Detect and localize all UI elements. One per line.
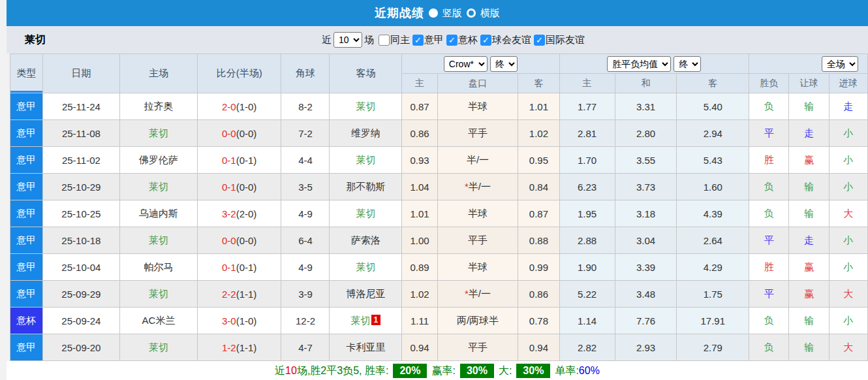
home-odds-cell: 0.87 bbox=[402, 93, 437, 120]
horizontal-layout-label[interactable]: 横版 bbox=[480, 7, 500, 20]
goals-result-cell: 走 bbox=[829, 93, 867, 120]
home-odds-cell: 1.02 bbox=[402, 281, 437, 308]
fulltime-score: 0-1 bbox=[222, 262, 236, 273]
away-odds-cell: 0.88 bbox=[518, 227, 559, 254]
vertical-layout-label[interactable]: 竖版 bbox=[442, 7, 462, 20]
vertical-layout-radio[interactable] bbox=[429, 8, 438, 18]
corner-cell: 6-4 bbox=[281, 227, 330, 254]
away-odds-cell: 0.87 bbox=[518, 200, 559, 227]
home-odds-cell: 0.89 bbox=[402, 254, 437, 281]
header-away: 客场 bbox=[330, 54, 402, 93]
avg-group-header: 胜平负均值 终 bbox=[559, 54, 749, 74]
home-odds-cell: 0.86 bbox=[402, 120, 437, 147]
competition-type-cell: 意甲 bbox=[10, 254, 43, 281]
result-cell: 负 bbox=[749, 308, 789, 334]
date-cell: 25-11-24 bbox=[42, 93, 120, 120]
summary-text: 近 bbox=[275, 364, 285, 378]
team-name-cell-text: 莱切 bbox=[149, 127, 168, 138]
handicap-star: * bbox=[465, 181, 469, 192]
result-cell: 平 bbox=[749, 227, 789, 254]
score-cell: 0-0(0-0) bbox=[197, 120, 281, 147]
away-team-cell: 卡利亚里 bbox=[330, 334, 402, 361]
table-row: 意杯25-09-24AC米兰3-0(1-0)12-2莱切11.11两/两球半0.… bbox=[10, 308, 868, 334]
away-odds-cell: 0.95 bbox=[518, 147, 559, 174]
home-team-cell: 莱切 bbox=[120, 281, 198, 308]
odds-time-select[interactable]: 终 bbox=[490, 56, 518, 72]
avg-away-cell: 4.39 bbox=[677, 200, 749, 227]
corner-cell: 3-5 bbox=[281, 174, 330, 200]
table-row: 意甲25-09-29莱切2-2(1-1)3-9博洛尼亚1.02*半/一0.865… bbox=[10, 281, 868, 308]
checkbox-checked[interactable]: ✓ bbox=[412, 35, 424, 46]
result-cell: 平 bbox=[749, 281, 789, 308]
table-row: 意甲25-10-18莱切0-0(0-0)6-4萨索洛1.00平手0.882.88… bbox=[10, 227, 868, 254]
score-cell: 1-2(1-1) bbox=[197, 334, 281, 361]
scope-select[interactable]: 全场 bbox=[822, 56, 858, 72]
home-team-cell: AC米兰 bbox=[120, 308, 198, 334]
result-cell: 负 bbox=[749, 200, 789, 227]
avg-home-cell: 2.81 bbox=[559, 120, 615, 147]
goals-result-cell: 小 bbox=[829, 147, 867, 174]
goals-result-cell: 大 bbox=[829, 200, 867, 227]
table-row: 意甲25-11-02佛罗伦萨0-1(0-1)4-4莱切0.93半/一0.951.… bbox=[10, 147, 868, 174]
avg-draw-cell: 3.04 bbox=[615, 227, 677, 254]
avg-time-select[interactable]: 终 bbox=[674, 56, 701, 72]
subheader-handicap: 盘口 bbox=[437, 74, 518, 93]
avg-source-select[interactable]: 胜平负均值 bbox=[607, 56, 671, 72]
fulltime-score: 0-1 bbox=[222, 155, 236, 166]
summary-percentage-badge: 20% bbox=[393, 364, 427, 378]
halftime-score: (1-1) bbox=[236, 342, 257, 353]
checkbox-checked[interactable]: ✓ bbox=[480, 35, 491, 46]
team-name-cell-text: 那不勒斯 bbox=[346, 181, 385, 192]
away-team-cell: 萨索洛 bbox=[330, 227, 402, 254]
result-cell: 负 bbox=[749, 174, 789, 200]
avg-away-cell: 1.75 bbox=[677, 281, 749, 308]
near-label: 近 bbox=[322, 34, 332, 46]
games-count-select[interactable]: 10 bbox=[333, 32, 362, 48]
avg-away-cell: 2.64 bbox=[677, 227, 749, 254]
result-cell: 胜 bbox=[749, 254, 789, 281]
corner-cell: 4-7 bbox=[281, 334, 330, 361]
avg-home-cell: 1.14 bbox=[559, 308, 615, 334]
team-name-cell-text: 维罗纳 bbox=[351, 127, 380, 138]
handicap-cell: 半/一 bbox=[437, 147, 518, 174]
avg-away-cell: 5.40 bbox=[677, 93, 749, 120]
date-cell: 25-09-24 bbox=[42, 308, 120, 334]
odds-source-select[interactable]: Crow* bbox=[444, 56, 488, 72]
competition-type-cell: 意甲 bbox=[10, 93, 43, 120]
team-name-cell-text: 莱切 bbox=[356, 101, 375, 112]
corner-cell: 4-9 bbox=[281, 254, 330, 281]
horizontal-layout-radio[interactable] bbox=[467, 8, 476, 18]
checkbox-checked[interactable]: ✓ bbox=[446, 35, 457, 46]
table-row: 意甲25-10-04帕尔马0-1(0-1)4-9莱切0.89半球0.991.90… bbox=[10, 254, 868, 281]
away-team-cell: 博洛尼亚 bbox=[330, 281, 402, 308]
away-team-cell: 莱切 bbox=[330, 93, 402, 120]
subheader-avg-home: 主 bbox=[559, 74, 615, 93]
avg-home-cell: 5.22 bbox=[559, 281, 615, 308]
subheader-handicap-result: 让球 bbox=[789, 74, 829, 93]
corner-cell: 3-9 bbox=[281, 281, 330, 308]
avg-home-cell: 2.82 bbox=[559, 334, 615, 361]
handicap-result-cell: 输 bbox=[789, 308, 829, 334]
checkbox-unchecked[interactable] bbox=[379, 35, 390, 46]
handicap-cell: *半/一 bbox=[437, 174, 518, 200]
halftime-score: (0-0) bbox=[236, 235, 257, 246]
fulltime-score: 1-2 bbox=[222, 342, 236, 353]
avg-draw-cell: 7.76 bbox=[615, 308, 677, 334]
summary-text: 场,胜2平3负5, 胜率: bbox=[297, 364, 388, 378]
date-cell: 25-11-08 bbox=[42, 120, 120, 147]
fulltime-score: 2-0 bbox=[222, 101, 236, 112]
home-team-cell: 莱切 bbox=[120, 174, 198, 200]
games-suffix-label: 场 bbox=[364, 34, 374, 46]
header-score: 比分(半场) bbox=[197, 54, 281, 93]
away-odds-cell: 1.02 bbox=[518, 120, 559, 147]
subheader-odds-home: 主 bbox=[402, 74, 437, 93]
home-odds-cell: 1.11 bbox=[402, 308, 437, 334]
results-tbody: 意甲25-11-24拉齐奥2-0(1-0)8-2莱切0.87半球1.011.77… bbox=[10, 93, 868, 361]
avg-draw-cell: 3.39 bbox=[615, 254, 677, 281]
handicap-star: * bbox=[465, 288, 469, 299]
checkbox-checked[interactable]: ✓ bbox=[534, 35, 545, 46]
team-name-cell-text: 佛罗伦萨 bbox=[139, 154, 178, 165]
handicap-result-cell: 走 bbox=[789, 227, 829, 254]
date-cell: 25-10-18 bbox=[42, 227, 120, 254]
handicap-cell: 半球 bbox=[437, 93, 518, 120]
